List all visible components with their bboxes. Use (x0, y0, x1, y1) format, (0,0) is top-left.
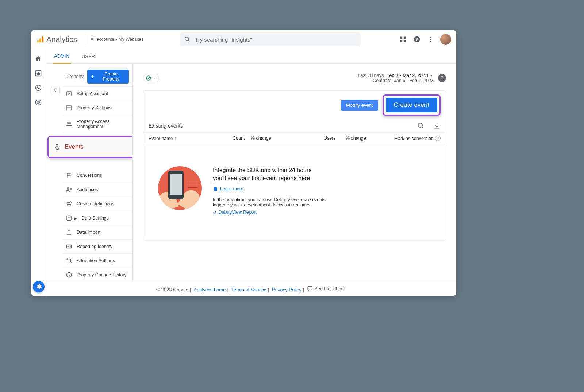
attribution-icon (66, 257, 72, 264)
download-icon[interactable] (433, 122, 441, 129)
sidebar-label: Data Settings (81, 216, 109, 221)
copyright: © 2023 Google (156, 287, 188, 292)
sidebar-item-setup-assistant[interactable]: Setup Assistant (63, 87, 132, 101)
property-label: Property (66, 74, 84, 79)
create-event-button[interactable]: Create event (386, 98, 437, 112)
footer-link-home[interactable]: Analytics home (193, 287, 226, 292)
date-compare: Compare: Jan 6 - Feb 2, 2023 (358, 78, 434, 83)
property-header: Property Create Property (46, 67, 132, 86)
back-button[interactable] (51, 86, 60, 94)
search-bar[interactable] (180, 32, 361, 46)
sidebar-item-conversions[interactable]: Conversions (63, 168, 132, 183)
svg-rect-16 (38, 72, 39, 75)
sidebar-item-change-history[interactable]: Property Change History (63, 268, 132, 282)
avatar[interactable] (440, 34, 451, 45)
svg-text:?: ? (415, 37, 418, 42)
doc-icon (213, 186, 218, 191)
audience-icon (66, 186, 72, 193)
svg-point-43 (67, 259, 68, 260)
more-vert-icon[interactable] (427, 36, 434, 43)
create-property-button[interactable]: Create Property (87, 70, 129, 84)
svg-point-25 (69, 122, 71, 124)
footer-link-privacy[interactable]: Privacy Policy (272, 287, 301, 292)
expand-caret-icon: ▸ (74, 216, 77, 221)
sidebar-item-events-highlight: Events (47, 136, 133, 158)
admin-gear-button[interactable] (33, 281, 45, 292)
empty-state: Integrate the SDK and within 24 hours yo… (143, 144, 446, 240)
tab-user[interactable]: USER (80, 49, 96, 63)
sidebar-item-audiences[interactable]: Audiences (63, 183, 132, 197)
send-feedback[interactable]: Send feedback (307, 286, 346, 291)
feedback-icon (307, 286, 313, 291)
sidebar-item-events[interactable]: Events (49, 137, 132, 157)
sidebar-item-data-settings[interactable]: ▸Data Settings (63, 211, 132, 225)
left-rail (31, 49, 46, 296)
svg-point-12 (430, 39, 431, 40)
sidebar-label: Setup Assistant (77, 91, 108, 96)
col-users[interactable]: Users (324, 136, 346, 141)
magnify-icon (213, 210, 217, 215)
footer-link-tos[interactable]: Terms of Service (231, 287, 266, 292)
date-label: Last 28 days (358, 73, 384, 78)
home-icon[interactable] (35, 55, 42, 62)
sidebar-label: Audiences (77, 187, 98, 192)
context-help-button[interactable]: ? (438, 74, 446, 82)
help-small-icon[interactable]: ? (435, 136, 441, 141)
sidebar-item-property-access[interactable]: Property Access Management (63, 115, 132, 133)
search-icon (184, 36, 191, 43)
sidebar-item-custom-definitions[interactable]: Custom definitions (63, 197, 132, 211)
date-range-picker[interactable]: Last 28 days Feb 3 - Mar 2, 2023 Compare… (358, 73, 434, 83)
status-chip[interactable] (143, 74, 159, 82)
debugview-link[interactable]: DebugView Report (218, 210, 257, 215)
col-change[interactable]: % change (251, 136, 287, 141)
svg-point-13 (430, 41, 431, 42)
card-title: Existing events (149, 123, 183, 129)
product-logo[interactable]: Analytics (36, 35, 77, 44)
col-change-2[interactable]: % change (346, 136, 389, 141)
apps-icon[interactable] (399, 36, 407, 43)
accounts-label: All accounts (91, 37, 114, 42)
svg-rect-8 (404, 40, 406, 42)
svg-rect-0 (37, 40, 39, 43)
advertising-icon[interactable] (35, 99, 42, 106)
svg-rect-22 (67, 106, 71, 110)
explore-icon[interactable] (35, 84, 42, 92)
svg-point-38 (67, 216, 71, 217)
col-mark-conversion[interactable]: Mark as conversion? (394, 136, 441, 141)
svg-line-49 (215, 213, 216, 214)
sidebar-item-attribution[interactable]: Attribution Settings (63, 254, 132, 268)
touch-icon (54, 143, 60, 151)
sidebar-item-reporting-identity[interactable]: Reporting Identity (63, 240, 132, 254)
svg-rect-50 (308, 287, 312, 290)
plus-icon (91, 74, 95, 79)
svg-marker-35 (67, 202, 69, 203)
reports-icon[interactable] (35, 70, 42, 77)
help-icon[interactable]: ? (413, 36, 420, 43)
col-count[interactable]: Count (233, 136, 251, 141)
sidebar-item-data-import[interactable]: Data Import (63, 225, 132, 240)
table-search-icon[interactable] (417, 122, 424, 129)
date-range: Feb 3 - Mar 2, 2023 (386, 73, 428, 78)
identity-icon (66, 243, 72, 250)
tab-admin[interactable]: ADMIN (53, 49, 71, 64)
table-header: Event name↑ Count % change Users % chang… (143, 133, 446, 144)
col-event-name[interactable]: Event name↑ (149, 136, 233, 141)
svg-point-36 (70, 202, 72, 203)
learn-more-link[interactable]: Learn more (220, 186, 243, 191)
events-card: Modify event Create event Existing event… (143, 90, 446, 241)
account-picker[interactable]: All accounts › My Websites (91, 37, 143, 42)
arrow-left-icon (53, 88, 58, 93)
app-body: ADMIN USER Property Create Property (31, 49, 456, 296)
empty-state-text: Integrate the SDK and within 24 hours yo… (213, 166, 330, 215)
modify-event-button[interactable]: Modify event (341, 100, 378, 111)
app-window: Analytics All accounts › My Websites ? (31, 30, 456, 296)
people-icon (66, 121, 72, 127)
flag-icon (66, 172, 72, 179)
search-input[interactable] (195, 36, 356, 43)
create-property-label: Create Property (97, 71, 126, 82)
sidebar-label: Property Change History (77, 272, 127, 277)
sidebar-label: Reporting Identity (77, 244, 112, 249)
shapes-icon (66, 201, 72, 207)
sidebar-item-property-settings[interactable]: Property Settings (63, 101, 132, 115)
upload-icon (66, 229, 72, 236)
